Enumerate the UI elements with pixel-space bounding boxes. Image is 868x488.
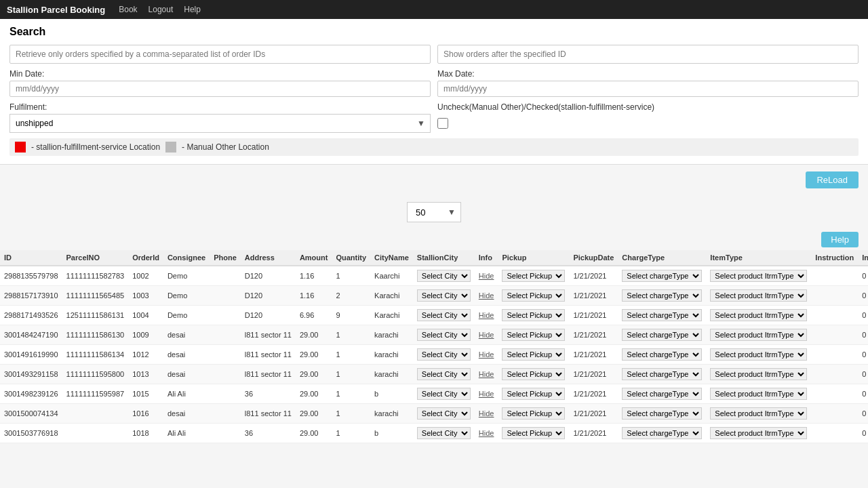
fulfillment-row: Fulfilment: unshipped shipped all ▼ Unch… [9,102,859,133]
col-address: Address [241,250,296,266]
charge-type-select[interactable]: Select chargeType [622,407,702,420]
table-row: 3001491619990111111115861341012desail811… [0,345,868,365]
per-page-select[interactable]: 10 25 50 100 [407,202,461,222]
reload-row: ReLoad [0,165,868,195]
pickup-select[interactable]: Select Pickup [502,289,565,302]
cell-1: 11111111595800 [62,365,129,384]
cell-12: 1/21/2021 [569,286,618,306]
stallion-city-cell: Select City [413,286,475,306]
fulfilment-select[interactable]: unshipped shipped all [9,114,431,133]
charge-type-cell: Select chargeType [618,384,706,404]
uncheck-checkbox[interactable] [437,118,448,129]
pickup-select[interactable]: Select Pickup [502,368,565,380]
item-type-select[interactable]: Select product ItrmType [710,289,807,302]
pickup-select[interactable]: Select Pickup [502,407,565,420]
item-type-select[interactable]: Select product ItrmType [710,407,807,420]
pickup-select[interactable]: Select Pickup [502,270,565,282]
pickup-select[interactable]: Select Pickup [502,427,565,439]
col-id: ID [0,250,62,266]
item-type-select[interactable]: Select product ItrmType [710,388,807,400]
nav-book[interactable]: Book [119,5,137,14]
col-pickup-date: PickupDate [569,250,618,266]
search-title: Search [9,26,859,38]
charge-type-select[interactable]: Select chargeType [622,309,702,321]
pickup-select[interactable]: Select Pickup [502,388,565,400]
cell-7: 9 [332,306,370,325]
item-type-select[interactable]: Select product ItrmType [710,309,807,321]
stallion-city-cell: Select City [413,404,475,424]
hide-link[interactable]: Hide [479,331,494,339]
cell-1: 11111111582783 [62,266,129,286]
cell-16: 0 [858,365,868,384]
cell-4 [210,424,241,443]
stallion-city-select[interactable]: Select City [417,388,471,400]
col-charge-type: ChargeType [618,250,706,266]
hide-link[interactable]: Hide [479,350,494,359]
after-id-input[interactable] [437,45,859,64]
order-ids-input[interactable] [9,45,431,64]
nav-logout[interactable]: Logout [149,5,174,14]
stallion-city-select[interactable]: Select City [417,270,471,282]
cell-2: 1018 [128,424,163,443]
cell-5: l811 sector 11 [241,345,296,365]
stallion-city-select[interactable]: Select City [417,309,471,321]
pickup-cell: Select Pickup [498,306,569,325]
hide-link[interactable]: Hide [479,429,494,437]
hide-link[interactable]: Hide [479,390,494,398]
min-date-group: Min Date: [9,69,431,97]
cell-4 [210,404,241,424]
hide-link[interactable]: Hide [479,370,494,378]
cell-6: 29.00 [296,404,332,424]
cell-4 [210,325,241,345]
stallion-city-select[interactable]: Select City [417,348,471,361]
cell-6: 1.16 [296,286,332,306]
cell-3: Ali Ali [163,384,210,404]
min-date-input[interactable] [9,81,431,97]
stallion-city-select[interactable]: Select City [417,407,471,420]
charge-type-select[interactable]: Select chargeType [622,427,702,439]
nav-help[interactable]: Help [184,5,201,14]
navbar: Stallion Parcel Booking Book Logout Help [0,0,868,19]
cell-2: 1016 [128,404,163,424]
pickup-select[interactable]: Select Pickup [502,329,565,341]
cell-16: 0 [858,286,868,306]
hide-cell: Hide [475,306,498,325]
hide-cell: Hide [475,345,498,365]
hide-link[interactable]: Hide [479,409,494,418]
cell-15 [811,266,858,286]
item-type-select[interactable]: Select product ItrmType [710,348,807,361]
cell-2: 1012 [128,345,163,365]
help-button[interactable]: Help [821,232,859,247]
cell-3: Demo [163,306,210,325]
item-type-select[interactable]: Select product ItrmType [710,329,807,341]
hide-link[interactable]: Hide [479,311,494,319]
table-body: 2988135579798111111115827831002DemoD1201… [0,266,868,443]
hide-link[interactable]: Hide [479,291,494,300]
stallion-city-select[interactable]: Select City [417,289,471,302]
stallion-city-select[interactable]: Select City [417,329,471,341]
charge-type-select[interactable]: Select chargeType [622,270,702,282]
stallion-city-select[interactable]: Select City [417,427,471,439]
item-type-select[interactable]: Select product ItrmType [710,368,807,380]
orders-table: ID ParcelNO OrderId Consignee Phone Addr… [0,250,868,443]
charge-type-select[interactable]: Select chargeType [622,289,702,302]
pickup-select[interactable]: Select Pickup [502,348,565,361]
cell-3: desai [163,404,210,424]
col-amount: Amount [296,250,332,266]
table-row: 3001493291158111111115958001013desail811… [0,365,868,384]
hide-link[interactable]: Hide [479,272,494,280]
charge-type-select[interactable]: Select chargeType [622,348,702,361]
reload-button[interactable]: ReLoad [806,171,859,188]
max-date-input[interactable] [437,81,859,97]
charge-type-select[interactable]: Select chargeType [622,368,702,380]
charge-type-cell: Select chargeType [618,286,706,306]
pickup-cell: Select Pickup [498,365,569,384]
stallion-city-select[interactable]: Select City [417,368,471,380]
charge-type-select[interactable]: Select chargeType [622,388,702,400]
pickup-select[interactable]: Select Pickup [502,309,565,321]
charge-type-select[interactable]: Select chargeType [622,329,702,341]
item-type-select[interactable]: Select product ItrmType [710,427,807,439]
fulfilment-label: Fulfilment: [9,102,431,112]
cell-15 [811,306,858,325]
item-type-select[interactable]: Select product ItrmType [710,270,807,282]
